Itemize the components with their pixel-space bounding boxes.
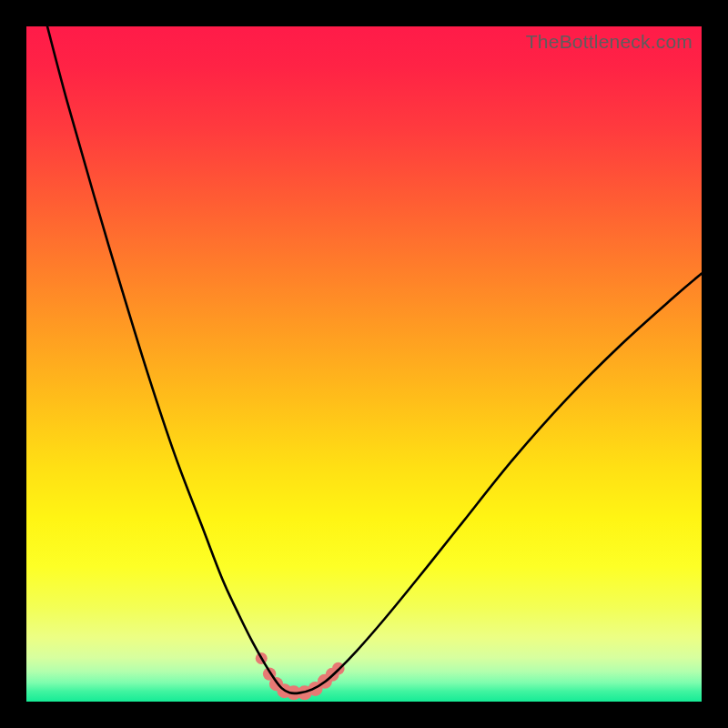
bottleneck-curve — [47, 26, 702, 693]
chart-frame: TheBottleneck.com — [0, 0, 728, 728]
plot-area: TheBottleneck.com — [26, 26, 702, 702]
watermark-text: TheBottleneck.com — [526, 31, 693, 53]
curve-layer — [26, 26, 702, 702]
